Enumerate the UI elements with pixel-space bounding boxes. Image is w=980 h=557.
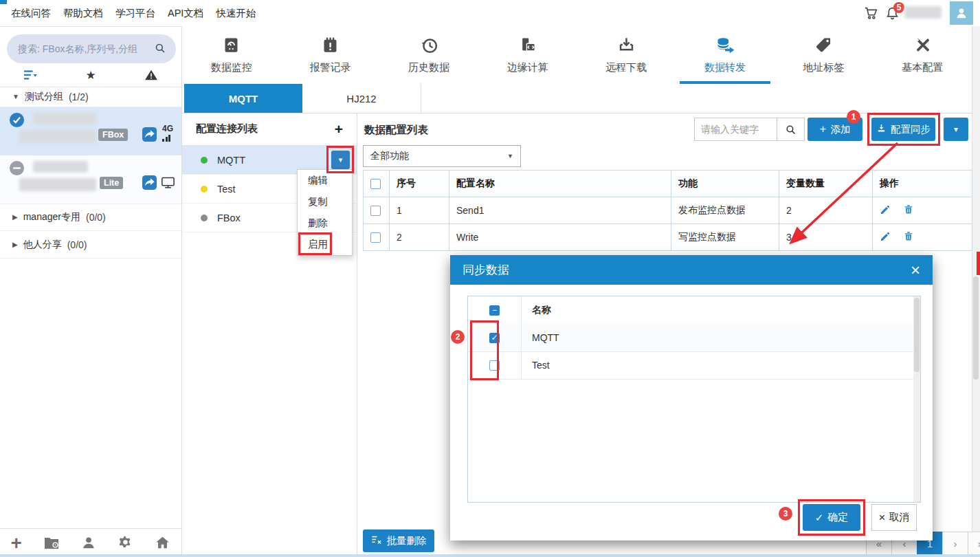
delete-icon[interactable] — [903, 230, 914, 244]
device-serial-blurred — [19, 178, 96, 191]
row-checkbox[interactable] — [370, 232, 381, 243]
offline-circle-icon — [9, 160, 25, 178]
select-all-checkbox[interactable] — [370, 179, 381, 189]
search-icon[interactable] — [154, 42, 166, 56]
status-dot-green — [201, 157, 208, 164]
nav-data-forwarding[interactable]: 数据转发 — [676, 26, 775, 84]
nav-basic-config[interactable]: 基本配置 — [873, 26, 972, 84]
close-icon[interactable]: × — [911, 263, 920, 277]
list-filter-icon[interactable] — [0, 63, 60, 87]
corner-accent — [0, 0, 7, 4]
device-search-input[interactable] — [16, 43, 154, 55]
nav-address-tags[interactable]: 地址标签 — [775, 26, 873, 84]
keyword-search-button[interactable] — [777, 118, 805, 141]
nav-edge-computing[interactable]: 边缘计算 — [478, 26, 577, 84]
alarm-warning-icon[interactable] — [121, 63, 181, 87]
history-clock-icon — [420, 36, 438, 56]
app-window: 在线问答 帮助文档 学习平台 API文档 快速开始 5 ★ — [0, 0, 980, 557]
cell-name: Write — [449, 224, 671, 251]
row-checkbox[interactable] — [370, 206, 381, 216]
nav-alarm-records[interactable]: 报警记录 — [281, 26, 380, 84]
keyword-search-input[interactable] — [694, 118, 777, 141]
menu-online-qa[interactable]: 在线问答 — [11, 7, 51, 20]
monitor-icon[interactable] — [161, 176, 175, 191]
nav-data-monitor[interactable]: 数据监控 — [182, 26, 281, 84]
notification-badge: 5 — [893, 2, 904, 13]
device-search[interactable] — [7, 34, 176, 63]
scrollbar-red-marker — [977, 252, 980, 275]
user-icon[interactable] — [81, 535, 96, 552]
edit-icon[interactable] — [880, 204, 891, 217]
device-name-blurred — [33, 161, 88, 173]
page-last[interactable]: » — [968, 532, 980, 555]
cell-count: 2 — [779, 197, 873, 224]
annotation-box-sync — [867, 113, 940, 146]
cancel-button[interactable]: × 取消 — [871, 504, 917, 531]
select-caret-icon: ▼ — [507, 153, 513, 160]
connection-name: Test — [217, 184, 236, 195]
nav-label: 历史数据 — [408, 61, 449, 74]
tree-closed-icon[interactable]: ▶ — [12, 241, 18, 248]
username-blurred — [904, 6, 942, 19]
network-type-label: 4G — [162, 124, 173, 133]
tag-icon — [814, 36, 833, 56]
share-icon[interactable] — [142, 127, 157, 144]
cell-index: 2 — [390, 224, 449, 251]
modal-select-all-checkbox[interactable]: − — [489, 305, 500, 316]
nav-history-data[interactable]: 历史数据 — [379, 26, 478, 84]
annotation-box-enable — [298, 232, 332, 255]
folder-settings-icon[interactable] — [43, 535, 60, 552]
menu-help-docs[interactable]: 帮助文档 — [63, 7, 103, 20]
table-row: 1 Send1 发布监控点数据 2 — [364, 197, 972, 224]
col-name: 配置名称 — [449, 171, 671, 197]
nav-label: 地址标签 — [803, 61, 845, 74]
batch-delete-button[interactable]: 批量删除 — [363, 529, 434, 552]
select-all-cell[interactable] — [364, 171, 390, 197]
tab-hj212[interactable]: HJ212 — [302, 84, 421, 113]
device-row-lite[interactable]: Lite — [0, 155, 181, 204]
menu-api-docs[interactable]: API文档 — [168, 7, 203, 20]
menu-copy[interactable]: 复制 — [298, 191, 352, 212]
tree-open-icon[interactable]: ▼ — [12, 93, 19, 100]
add-connection-button[interactable]: + — [335, 121, 343, 138]
device-row-fbox[interactable]: FBox 4G — [0, 107, 181, 155]
modal-title: 同步数据 — [463, 262, 509, 278]
group-label: 他人分享 — [23, 239, 62, 251]
scrollbar-thumb[interactable] — [973, 276, 979, 380]
group-shared[interactable]: ▶ 他人分享 (0/0) — [0, 231, 181, 259]
col-count: 变量数量 — [779, 171, 873, 197]
nav-label: 基本配置 — [902, 61, 943, 74]
page-next[interactable]: › — [942, 532, 968, 555]
settings-gear-icon[interactable] — [118, 534, 133, 552]
delete-icon[interactable] — [903, 204, 914, 217]
group-test[interactable]: ▼ 测试分组 (1/2) — [0, 87, 181, 107]
modal-scrollbar-thumb[interactable] — [914, 298, 920, 372]
modal-header-row: − 名称 — [468, 296, 913, 325]
tree-closed-icon[interactable]: ▶ — [12, 213, 18, 221]
nav-label: 报警记录 — [309, 61, 350, 74]
edit-icon[interactable] — [880, 231, 891, 244]
cart-icon[interactable] — [863, 6, 878, 23]
menu-learning[interactable]: 学习平台 — [115, 7, 155, 20]
nav-remote-download[interactable]: 远程下载 — [577, 26, 676, 84]
function-filter-select[interactable]: 全部功能 ▼ — [363, 145, 521, 167]
add-device-icon[interactable]: + — [11, 536, 22, 550]
cell-count: 3 — [779, 224, 873, 251]
connection-name: FBox — [217, 212, 241, 223]
check-circle-icon — [9, 112, 25, 130]
menu-delete[interactable]: 删除 — [298, 212, 352, 234]
device-serial-blurred — [19, 130, 96, 143]
favorites-star-icon[interactable]: ★ — [60, 63, 121, 87]
modal-scrollbar[interactable] — [913, 296, 920, 502]
nav-label: 边缘计算 — [507, 61, 548, 74]
share-icon[interactable] — [142, 175, 157, 193]
annotation-step-1: 1 — [847, 110, 860, 124]
avatar[interactable] — [950, 1, 973, 25]
tab-mqtt[interactable]: MQTT — [184, 84, 302, 113]
cross-icon: × — [879, 511, 886, 525]
home-icon[interactable] — [155, 535, 170, 552]
group-manager[interactable]: ▶ manager专用 (0/0) — [0, 204, 181, 231]
menu-quick-start[interactable]: 快速开始 — [216, 7, 256, 20]
sync-dropdown-button[interactable]: ▾ — [944, 118, 968, 141]
group-count: (1/2) — [69, 91, 89, 102]
